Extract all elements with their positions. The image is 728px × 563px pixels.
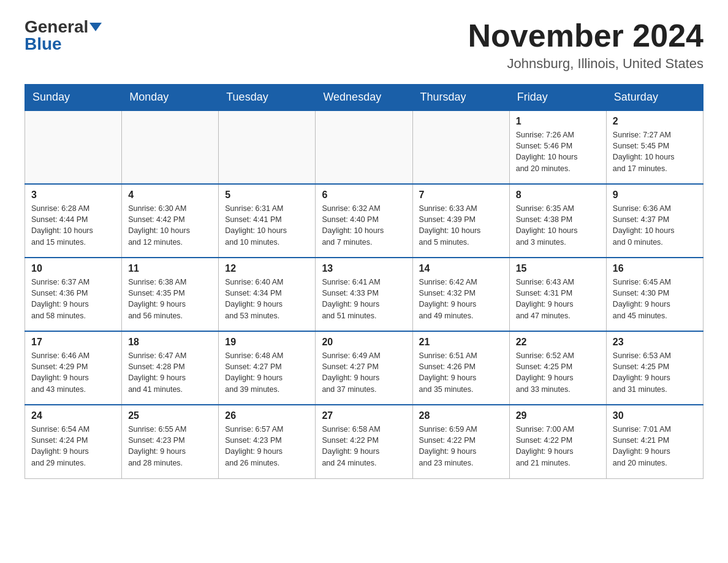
calendar-cell: 7Sunrise: 6:33 AMSunset: 4:39 PMDaylight… bbox=[412, 184, 509, 258]
calendar-cell: 12Sunrise: 6:40 AMSunset: 4:34 PMDayligh… bbox=[219, 258, 316, 331]
day-number: 21 bbox=[419, 337, 503, 348]
week-row-5: 24Sunrise: 6:54 AMSunset: 4:24 PMDayligh… bbox=[25, 405, 703, 478]
weekday-header-sunday: Sunday bbox=[25, 85, 122, 111]
day-number: 11 bbox=[128, 263, 212, 274]
day-number: 22 bbox=[516, 337, 600, 348]
calendar-cell bbox=[25, 110, 122, 184]
day-number: 25 bbox=[128, 410, 212, 421]
day-number: 5 bbox=[225, 190, 309, 201]
day-number: 15 bbox=[516, 263, 600, 274]
day-info: Sunrise: 6:49 AMSunset: 4:27 PMDaylight:… bbox=[322, 350, 406, 395]
day-number: 13 bbox=[322, 263, 406, 274]
calendar-cell: 21Sunrise: 6:51 AMSunset: 4:26 PMDayligh… bbox=[412, 331, 509, 405]
calendar-cell: 5Sunrise: 6:31 AMSunset: 4:41 PMDaylight… bbox=[219, 184, 316, 258]
day-number: 10 bbox=[31, 263, 115, 274]
day-info: Sunrise: 6:36 AMSunset: 4:37 PMDaylight:… bbox=[613, 203, 697, 248]
day-number: 20 bbox=[322, 337, 406, 348]
logo-blue: Blue bbox=[25, 36, 62, 53]
weekday-header-row: SundayMondayTuesdayWednesdayThursdayFrid… bbox=[25, 85, 703, 111]
calendar-cell bbox=[122, 110, 219, 184]
day-info: Sunrise: 6:45 AMSunset: 4:30 PMDaylight:… bbox=[613, 277, 697, 321]
weekday-header-saturday: Saturday bbox=[606, 85, 703, 111]
title-block: November 2024 Johnsburg, Illinois, Unite… bbox=[468, 18, 703, 72]
day-number: 16 bbox=[613, 263, 697, 274]
day-info: Sunrise: 6:38 AMSunset: 4:35 PMDaylight:… bbox=[128, 277, 212, 321]
logo-triangle-icon bbox=[89, 23, 102, 31]
day-info: Sunrise: 6:57 AMSunset: 4:23 PMDaylight:… bbox=[225, 424, 309, 469]
day-number: 28 bbox=[419, 410, 503, 421]
day-info: Sunrise: 6:48 AMSunset: 4:27 PMDaylight:… bbox=[225, 350, 309, 395]
calendar-cell: 2Sunrise: 7:27 AMSunset: 5:45 PMDaylight… bbox=[606, 110, 703, 184]
weekday-header-wednesday: Wednesday bbox=[316, 85, 412, 111]
calendar-cell: 8Sunrise: 6:35 AMSunset: 4:38 PMDaylight… bbox=[509, 184, 606, 258]
day-number: 6 bbox=[322, 190, 406, 201]
calendar-cell bbox=[219, 110, 316, 184]
calendar-cell: 30Sunrise: 7:01 AMSunset: 4:21 PMDayligh… bbox=[606, 405, 703, 478]
month-title: November 2024 bbox=[468, 18, 703, 53]
location-title: Johnsburg, Illinois, United States bbox=[468, 56, 703, 72]
day-info: Sunrise: 6:33 AMSunset: 4:39 PMDaylight:… bbox=[419, 203, 503, 248]
day-number: 4 bbox=[128, 190, 212, 201]
day-number: 3 bbox=[31, 190, 115, 201]
logo-general: General bbox=[25, 18, 88, 36]
day-number: 2 bbox=[613, 116, 697, 127]
day-info: Sunrise: 7:26 AMSunset: 5:46 PMDaylight:… bbox=[516, 129, 600, 174]
calendar-cell: 25Sunrise: 6:55 AMSunset: 4:23 PMDayligh… bbox=[122, 405, 219, 478]
day-info: Sunrise: 6:28 AMSunset: 4:44 PMDaylight:… bbox=[31, 203, 115, 248]
calendar-cell: 10Sunrise: 6:37 AMSunset: 4:36 PMDayligh… bbox=[25, 258, 122, 331]
calendar-cell: 11Sunrise: 6:38 AMSunset: 4:35 PMDayligh… bbox=[122, 258, 219, 331]
calendar-cell: 28Sunrise: 6:59 AMSunset: 4:22 PMDayligh… bbox=[412, 405, 509, 478]
calendar-cell: 23Sunrise: 6:53 AMSunset: 4:25 PMDayligh… bbox=[606, 331, 703, 405]
calendar-cell: 13Sunrise: 6:41 AMSunset: 4:33 PMDayligh… bbox=[316, 258, 412, 331]
week-row-2: 3Sunrise: 6:28 AMSunset: 4:44 PMDaylight… bbox=[25, 184, 703, 258]
day-info: Sunrise: 6:59 AMSunset: 4:22 PMDaylight:… bbox=[419, 424, 503, 469]
day-info: Sunrise: 6:30 AMSunset: 4:42 PMDaylight:… bbox=[128, 203, 212, 248]
calendar-cell: 1Sunrise: 7:26 AMSunset: 5:46 PMDaylight… bbox=[509, 110, 606, 184]
day-number: 7 bbox=[419, 190, 503, 201]
day-number: 26 bbox=[225, 410, 309, 421]
page-header: General Blue November 2024 Johnsburg, Il… bbox=[25, 18, 703, 72]
weekday-header-monday: Monday bbox=[122, 85, 219, 111]
day-number: 27 bbox=[322, 410, 406, 421]
day-info: Sunrise: 6:32 AMSunset: 4:40 PMDaylight:… bbox=[322, 203, 406, 248]
calendar-cell: 29Sunrise: 7:00 AMSunset: 4:22 PMDayligh… bbox=[509, 405, 606, 478]
day-info: Sunrise: 6:55 AMSunset: 4:23 PMDaylight:… bbox=[128, 424, 212, 469]
day-number: 18 bbox=[128, 337, 212, 348]
day-info: Sunrise: 6:42 AMSunset: 4:32 PMDaylight:… bbox=[419, 277, 503, 321]
day-number: 29 bbox=[516, 410, 600, 421]
day-info: Sunrise: 6:47 AMSunset: 4:28 PMDaylight:… bbox=[128, 350, 212, 395]
week-row-3: 10Sunrise: 6:37 AMSunset: 4:36 PMDayligh… bbox=[25, 258, 703, 331]
calendar-cell: 24Sunrise: 6:54 AMSunset: 4:24 PMDayligh… bbox=[25, 405, 122, 478]
weekday-header-tuesday: Tuesday bbox=[219, 85, 316, 111]
day-info: Sunrise: 6:37 AMSunset: 4:36 PMDaylight:… bbox=[31, 277, 115, 321]
week-row-4: 17Sunrise: 6:46 AMSunset: 4:29 PMDayligh… bbox=[25, 331, 703, 405]
day-number: 14 bbox=[419, 263, 503, 274]
calendar-cell: 27Sunrise: 6:58 AMSunset: 4:22 PMDayligh… bbox=[316, 405, 412, 478]
day-number: 19 bbox=[225, 337, 309, 348]
calendar-cell: 16Sunrise: 6:45 AMSunset: 4:30 PMDayligh… bbox=[606, 258, 703, 331]
calendar-cell: 6Sunrise: 6:32 AMSunset: 4:40 PMDaylight… bbox=[316, 184, 412, 258]
day-info: Sunrise: 6:41 AMSunset: 4:33 PMDaylight:… bbox=[322, 277, 406, 321]
day-info: Sunrise: 6:52 AMSunset: 4:25 PMDaylight:… bbox=[516, 350, 600, 395]
day-info: Sunrise: 6:35 AMSunset: 4:38 PMDaylight:… bbox=[516, 203, 600, 248]
calendar-cell: 26Sunrise: 6:57 AMSunset: 4:23 PMDayligh… bbox=[219, 405, 316, 478]
day-number: 24 bbox=[31, 410, 115, 421]
day-info: Sunrise: 7:00 AMSunset: 4:22 PMDaylight:… bbox=[516, 424, 600, 469]
calendar-cell: 20Sunrise: 6:49 AMSunset: 4:27 PMDayligh… bbox=[316, 331, 412, 405]
day-info: Sunrise: 7:01 AMSunset: 4:21 PMDaylight:… bbox=[613, 424, 697, 469]
calendar-cell: 3Sunrise: 6:28 AMSunset: 4:44 PMDaylight… bbox=[25, 184, 122, 258]
week-row-1: 1Sunrise: 7:26 AMSunset: 5:46 PMDaylight… bbox=[25, 110, 703, 184]
calendar-cell bbox=[316, 110, 412, 184]
day-number: 17 bbox=[31, 337, 115, 348]
day-info: Sunrise: 6:58 AMSunset: 4:22 PMDaylight:… bbox=[322, 424, 406, 469]
day-number: 9 bbox=[613, 190, 697, 201]
day-number: 8 bbox=[516, 190, 600, 201]
day-info: Sunrise: 6:54 AMSunset: 4:24 PMDaylight:… bbox=[31, 424, 115, 469]
calendar-cell: 4Sunrise: 6:30 AMSunset: 4:42 PMDaylight… bbox=[122, 184, 219, 258]
calendar-cell bbox=[412, 110, 509, 184]
day-number: 23 bbox=[613, 337, 697, 348]
day-info: Sunrise: 6:43 AMSunset: 4:31 PMDaylight:… bbox=[516, 277, 600, 321]
calendar-cell: 18Sunrise: 6:47 AMSunset: 4:28 PMDayligh… bbox=[122, 331, 219, 405]
day-info: Sunrise: 6:53 AMSunset: 4:25 PMDaylight:… bbox=[613, 350, 697, 395]
weekday-header-friday: Friday bbox=[509, 85, 606, 111]
